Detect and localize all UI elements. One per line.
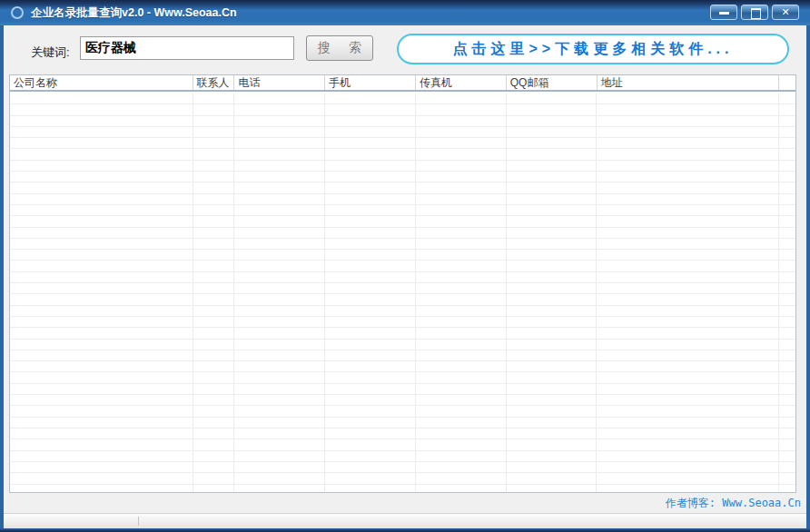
client-area: 关键词: 搜 索 点击这里>>下载更多相关软件... 公司名称 联系人 电话 手… [4, 25, 806, 528]
author-blog-link[interactable]: 作者博客: Www.Seoaa.Cn [666, 496, 801, 510]
column-header-phone[interactable]: 电话 [234, 75, 325, 90]
table-body[interactable] [10, 94, 795, 492]
column-header-filler [779, 75, 795, 90]
window-bottom-border [0, 528, 810, 532]
search-button[interactable]: 搜 索 [306, 35, 373, 61]
body-column-contact [193, 94, 235, 492]
column-header-fax[interactable]: 传真机 [416, 75, 507, 90]
body-column-filler [779, 94, 795, 492]
column-header-qq-email[interactable]: QQ邮箱 [507, 75, 598, 90]
body-column-mobile [325, 94, 416, 492]
body-column-company [10, 94, 193, 492]
download-banner-link[interactable]: 点击这里>>下载更多相关软件... [397, 34, 789, 64]
close-button[interactable] [772, 5, 799, 20]
app-ring-icon [11, 6, 24, 19]
minimize-button[interactable] [710, 5, 737, 20]
column-header-address[interactable]: 地址 [598, 75, 780, 90]
body-column-qq-email [507, 94, 598, 492]
body-column-address [597, 94, 779, 492]
body-column-phone [234, 94, 325, 492]
keyword-input[interactable] [80, 36, 294, 60]
results-table: 公司名称 联系人 电话 手机 传真机 QQ邮箱 地址 [9, 74, 796, 493]
minimize-icon [711, 5, 736, 19]
column-header-contact[interactable]: 联系人 [193, 75, 235, 90]
window-controls [710, 5, 799, 20]
maximize-button[interactable] [741, 5, 768, 20]
window-title: 企业名录批量查询v2.0 - Www.Seoaa.Cn [31, 5, 237, 21]
close-icon [773, 5, 798, 19]
status-bar [4, 513, 806, 528]
app-window: 企业名录批量查询v2.0 - Www.Seoaa.Cn 关键词: 搜 索 点击这… [0, 0, 810, 532]
table-header-row: 公司名称 联系人 电话 手机 传真机 QQ邮箱 地址 [10, 75, 795, 92]
column-header-mobile[interactable]: 手机 [325, 75, 416, 90]
status-bar-divider [138, 517, 139, 526]
column-header-company[interactable]: 公司名称 [10, 75, 193, 90]
body-column-fax [416, 94, 507, 492]
keyword-label: 关键词: [31, 41, 70, 64]
title-bar[interactable]: 企业名录批量查询v2.0 - Www.Seoaa.Cn [0, 0, 810, 25]
maximize-icon [742, 5, 767, 19]
